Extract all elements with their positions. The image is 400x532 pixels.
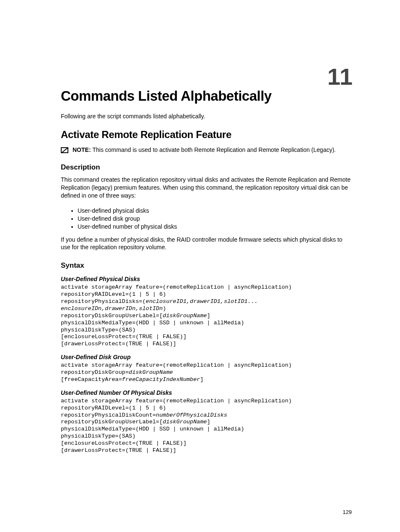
note-icon — [61, 147, 68, 153]
chapter-number: 11 — [327, 63, 352, 90]
code-block-physical-disks: activate storageArray feature=(remoteRep… — [61, 284, 352, 348]
note-body: This command is used to activate both Re… — [92, 146, 336, 153]
syntax-subhead-physical-disks: User-Defined Physical Disks — [61, 276, 352, 282]
list-item: User-defined disk group — [78, 215, 352, 222]
note-text: NOTE: This command is used to activate b… — [73, 146, 336, 153]
page-title: Commands Listed Alphabetically — [61, 88, 352, 104]
description-para-2: If you define a number of physical disks… — [61, 236, 352, 252]
intro-text: Following are the script commands listed… — [61, 112, 352, 120]
page-container: 11 Commands Listed Alphabetically Follow… — [0, 0, 400, 532]
description-para-1: This command creates the replication rep… — [61, 176, 352, 200]
code-block-disk-group: activate storageArray feature=(remoteRep… — [61, 362, 352, 383]
description-heading: Description — [61, 163, 352, 172]
section-heading-activate-remote-replication: Activate Remote Replication Feature — [61, 129, 352, 141]
syntax-subhead-disk-group: User-Defined Disk Group — [61, 354, 352, 360]
description-bullet-list: User-defined physical disks User-defined… — [61, 207, 352, 230]
syntax-heading: Syntax — [61, 261, 352, 270]
code-block-number-of-disks: activate storageArray feature=(remoteRep… — [61, 398, 352, 454]
note-block: NOTE: This command is used to activate b… — [61, 146, 352, 153]
note-label: NOTE: — [73, 146, 92, 153]
list-item: User-defined number of physical disks — [78, 223, 352, 230]
page-number: 129 — [343, 509, 352, 515]
syntax-subhead-number-of-disks: User-Defined Number Of Physical Disks — [61, 389, 352, 396]
list-item: User-defined physical disks — [78, 207, 352, 214]
